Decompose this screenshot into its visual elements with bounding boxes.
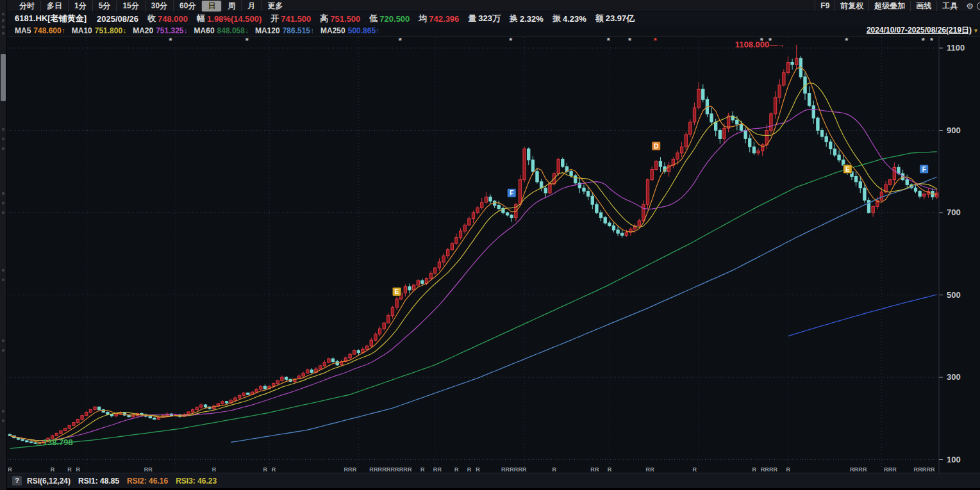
star-mark-icon[interactable]: *	[399, 36, 403, 45]
news-mark[interactable]: R	[467, 466, 472, 473]
candle-body	[718, 131, 721, 139]
quote-field-value: 720.500	[379, 14, 410, 24]
news-mark[interactable]: R	[51, 466, 55, 473]
candle-body	[387, 316, 390, 323]
gear-icon[interactable]: ⚙	[963, 1, 977, 11]
news-mark[interactable]: R	[863, 466, 867, 473]
candle-body	[752, 147, 755, 153]
news-mark[interactable]: R	[454, 466, 459, 473]
news-mark[interactable]: R	[892, 466, 897, 473]
candle-body	[808, 94, 810, 106]
star-mark-icon[interactable]: *	[845, 36, 849, 45]
tool-超级叠加[interactable]: 超级叠加	[868, 1, 910, 12]
tab-日[interactable]: 日	[201, 1, 221, 12]
candle-body	[81, 416, 83, 420]
peak-price-annotation: 1108.000—→	[735, 40, 784, 49]
tool-画线[interactable]: 画线	[910, 1, 936, 12]
tab-60分[interactable]: 60分	[173, 1, 201, 12]
news-mark[interactable]: R	[67, 466, 72, 473]
star-mark-icon[interactable]: *	[930, 36, 934, 45]
tool-前复权[interactable]: 前复权	[835, 1, 868, 12]
rsi-title[interactable]: RSI(6,12,24)	[27, 477, 71, 486]
event-badge-letter: F	[510, 190, 513, 197]
star-mark-icon[interactable]: *	[509, 36, 513, 45]
news-mark[interactable]: R	[408, 466, 412, 473]
star-mark-icon[interactable]: *	[169, 36, 172, 45]
candle-body	[374, 334, 377, 341]
tab-更多[interactable]: 更多	[261, 1, 288, 12]
ma-legend-MA5: MA5748.600↑	[15, 26, 65, 35]
news-mark[interactable]: R	[608, 466, 612, 473]
candle-body	[94, 407, 96, 409]
quote-field-label: 换	[510, 13, 518, 24]
candle-body	[710, 114, 713, 122]
news-mark[interactable]: R	[437, 466, 442, 473]
tab-周[interactable]: 周	[221, 1, 241, 12]
star-mark-icon[interactable]: *	[245, 36, 249, 45]
news-mark[interactable]: R	[522, 466, 527, 473]
news-mark[interactable]: R	[76, 466, 80, 473]
tool-F9[interactable]: F9	[815, 1, 835, 12]
tab-月[interactable]: 月	[241, 1, 261, 12]
tab-分时[interactable]: 分时	[13, 1, 40, 12]
candle-body	[770, 114, 772, 131]
ma-legend-MA20: MA20751.325↓	[133, 26, 187, 35]
candle-body	[497, 205, 500, 208]
candle-body	[519, 180, 521, 205]
news-mark[interactable]: R	[420, 466, 425, 473]
news-mark[interactable]: R	[931, 466, 935, 473]
range-caret-icon[interactable]: ▼	[973, 28, 979, 34]
news-mark[interactable]: R	[148, 466, 153, 473]
y-axis-label: 700	[947, 208, 961, 217]
candle-body	[63, 429, 66, 431]
star-mark-red-icon[interactable]: *	[654, 36, 658, 45]
peak-price-label: 1108.000	[735, 40, 770, 49]
tool-工具[interactable]: 工具	[936, 1, 963, 12]
news-mark[interactable]: R	[752, 466, 756, 473]
clock-icon[interactable]	[977, 2, 980, 10]
news-mark[interactable]: R	[272, 466, 276, 473]
candle-body	[489, 197, 492, 201]
news-mark[interactable]: R	[353, 466, 357, 473]
candle-body	[357, 350, 360, 352]
news-mark[interactable]: R	[774, 466, 778, 473]
candle-body	[302, 373, 304, 376]
news-mark[interactable]: R	[212, 466, 217, 473]
trough-price-annotation: ←138.798	[35, 437, 73, 447]
news-mark[interactable]: R	[8, 466, 12, 473]
tab-30分[interactable]: 30分	[145, 1, 173, 12]
candle-body	[383, 323, 385, 329]
strip-dot	[2, 26, 4, 28]
candle-body	[621, 233, 624, 235]
left-panel-strip[interactable]	[0, 0, 7, 490]
tab-15分[interactable]: 15分	[116, 1, 144, 12]
quote-field-换: 换2.32%	[510, 13, 544, 24]
news-mark[interactable]: R	[595, 466, 599, 473]
strip-dot	[2, 339, 4, 342]
candle-body	[693, 108, 695, 122]
news-mark[interactable]: R	[693, 466, 697, 473]
date-range-label[interactable]: 2024/10/07-2025/08/26(219日)	[867, 25, 972, 36]
tab-1分[interactable]: 1分	[68, 1, 92, 12]
ma-label: MA250	[320, 26, 345, 35]
quote-field-label: 振	[552, 13, 561, 24]
help-icon[interactable]: ?	[12, 476, 22, 486]
candle-body	[476, 208, 479, 213]
news-mark[interactable]: R	[476, 466, 480, 473]
news-mark[interactable]: R	[786, 466, 790, 473]
plot-area	[8, 45, 938, 448]
tab-5分[interactable]: 5分	[92, 1, 117, 12]
star-mark-icon[interactable]: *	[922, 36, 926, 45]
ma-legend-MA60: MA60848.058↓	[194, 26, 249, 35]
candle-body	[395, 299, 398, 307]
star-mark-icon[interactable]: *	[607, 36, 611, 45]
candlestick-chart[interactable]: 1100900700500300100************RRRRRRRRR…	[0, 0, 980, 490]
candle-body	[438, 262, 440, 268]
news-mark[interactable]: R	[263, 466, 267, 473]
news-mark[interactable]: R	[552, 466, 557, 473]
candle-body	[191, 410, 194, 412]
star-mark-icon[interactable]: *	[628, 36, 632, 45]
tab-多日[interactable]: 多日	[40, 1, 68, 12]
news-mark[interactable]: R	[650, 466, 654, 473]
left-scrollbar-thumb[interactable]	[1, 54, 6, 101]
